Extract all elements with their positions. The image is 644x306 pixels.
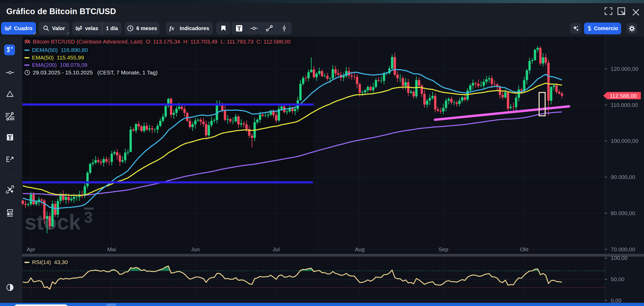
svg-text:100.000,00: 100.000,00: [611, 138, 638, 144]
svg-text:Jun: Jun: [191, 246, 200, 252]
svg-text:90.000,00: 90.000,00: [611, 174, 635, 180]
svg-text:112.588,00: 112.588,00: [610, 93, 637, 99]
svg-text:Okt: Okt: [520, 246, 529, 252]
svg-text:110.000,00: 110.000,00: [611, 102, 638, 108]
svg-text:Jul: Jul: [273, 246, 280, 252]
svg-text:80.000,00: 80.000,00: [611, 210, 635, 216]
svg-text:100,00: 100,00: [611, 255, 627, 261]
svg-text:120.000,00: 120.000,00: [611, 66, 638, 72]
svg-text:Aug: Aug: [355, 246, 364, 252]
svg-text:Apr: Apr: [27, 246, 35, 252]
svg-text:0,00: 0,00: [611, 297, 621, 303]
svg-text:50,00: 50,00: [611, 276, 625, 282]
svg-text:fx: fx: [169, 25, 174, 31]
svg-text:Sep: Sep: [438, 246, 448, 252]
svg-text:Mai: Mai: [107, 246, 116, 252]
svg-text:70.000,00: 70.000,00: [611, 246, 635, 252]
svg-text:3: 3: [84, 209, 93, 226]
